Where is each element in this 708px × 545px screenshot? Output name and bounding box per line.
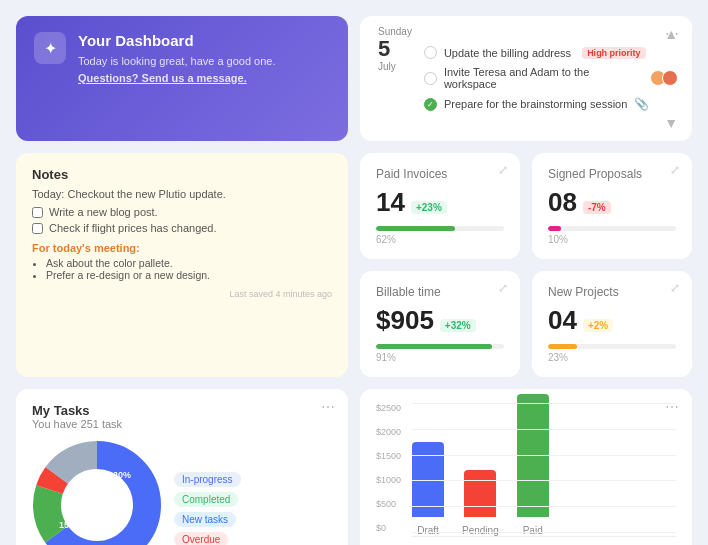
y-label-2500: $2500	[376, 403, 401, 413]
calendar-task-2: Invite Teresa and Adam to the workspace	[424, 66, 678, 90]
bar-pending-fill	[464, 470, 496, 517]
avatar-2	[662, 70, 678, 86]
signed-proposals-badge: -7%	[583, 201, 611, 214]
calendar-card: ⋯ Sunday 5 July ▲ Update the billing add…	[360, 16, 692, 141]
y-label-2000: $2000	[376, 427, 401, 437]
notes-cb-2[interactable]	[32, 223, 43, 234]
billable-time-badge: +32%	[440, 319, 476, 332]
legend-badge-inprogress: In-progress	[174, 472, 241, 487]
signed-proposals-progress-fill	[548, 226, 561, 231]
new-projects-label: New Projects	[548, 285, 676, 299]
bar-chart-body: Draft Pending Paid	[412, 407, 676, 537]
calendar-date: Sunday 5 July	[374, 26, 412, 72]
bar-draft-label: Draft	[417, 525, 439, 536]
calendar-task-list: Update the billing address High priority…	[424, 46, 678, 111]
my-tasks-subtitle: You have 251 task	[32, 418, 332, 430]
notes-title: Notes	[32, 167, 332, 182]
billable-time-expand[interactable]: ⤢	[498, 281, 508, 295]
pie-container: 20% 15% 65% In-progress Completed New ta…	[32, 440, 332, 545]
dashboard-subtitle: Today is looking great, have a good one.…	[78, 53, 276, 86]
notes-today: Today: Checkout the new Plutio update.	[32, 188, 332, 200]
task-text-2: Invite Teresa and Adam to the workspace	[444, 66, 643, 90]
bar-paid: Paid	[517, 394, 549, 536]
calendar-task-3: ✓ Prepare for the brainstorming session …	[424, 97, 678, 111]
legend-badge-completed: Completed	[174, 492, 238, 507]
task-icon-3: 📎	[634, 97, 649, 111]
paid-invoices-value: 14 +23%	[376, 187, 504, 218]
my-tasks-dots-menu[interactable]: ⋯	[321, 399, 336, 415]
notes-meeting-item-2: Prefer a re-design or a new design.	[46, 269, 332, 281]
task-check-3[interactable]: ✓	[424, 98, 437, 111]
new-projects-value: 04 +2%	[548, 305, 676, 336]
dashboard-text: Your Dashboard Today is looking great, h…	[78, 32, 276, 86]
paid-invoices-expand[interactable]: ⤢	[498, 163, 508, 177]
legend-newtasks: New tasks	[174, 512, 241, 527]
legend-inprogress: In-progress	[174, 472, 241, 487]
signed-proposals-card: ⤢ Signed Proposals 08 -7% 10%	[532, 153, 692, 259]
new-projects-progress-fill	[548, 344, 577, 349]
calendar-task-1: Update the billing address High priority	[424, 46, 678, 59]
y-label-0: $0	[376, 523, 401, 533]
paid-invoices-card: ⤢ Paid Invoices 14 +23% 62%	[360, 153, 520, 259]
svg-text:65%: 65%	[95, 522, 113, 532]
y-label-1000: $1000	[376, 475, 401, 485]
avatar-group	[654, 70, 678, 86]
dashboard-cta[interactable]: Questions? Send us a message.	[78, 72, 247, 84]
paid-invoices-progress-fill	[376, 226, 455, 231]
y-label-1500: $1500	[376, 451, 401, 461]
task-legend: In-progress Completed New tasks Overdue	[174, 472, 241, 546]
notes-meeting-list: Ask about the color pallete. Prefer a re…	[32, 257, 332, 281]
signed-proposals-progress-bg	[548, 226, 676, 231]
notes-checkbox-2: Check if flight prices has changed.	[32, 222, 332, 234]
new-projects-card: ⤢ New Projects 04 +2% 23%	[532, 271, 692, 377]
cal-nav-down[interactable]: ▼	[424, 115, 678, 131]
calendar-day-num: 5	[378, 37, 412, 61]
notes-checkbox-1: Write a new blog post.	[32, 206, 332, 218]
calendar-month: July	[378, 61, 412, 72]
billable-time-progress-fill	[376, 344, 492, 349]
bar-chart-wrap: $2500 $2000 $1500 $1000 $500 $0	[376, 403, 676, 537]
paid-invoices-progress-bg	[376, 226, 504, 231]
bar-pending: Pending	[462, 470, 499, 536]
signed-proposals-percent: 10%	[548, 234, 676, 245]
cal-nav-up[interactable]: ▲	[424, 26, 678, 42]
notes-cb-1[interactable]	[32, 207, 43, 218]
new-projects-progress-bg	[548, 344, 676, 349]
signed-proposals-expand[interactable]: ⤢	[670, 163, 680, 177]
paid-invoices-badge: +23%	[411, 201, 447, 214]
calendar-dots-menu[interactable]: ⋯	[665, 26, 680, 42]
billable-time-value: $905 +32%	[376, 305, 504, 336]
bar-draft: Draft	[412, 442, 444, 536]
notes-meeting-item-1: Ask about the color pallete.	[46, 257, 332, 269]
notes-cb-label-1: Write a new blog post.	[49, 206, 158, 218]
billable-time-percent: 91%	[376, 352, 504, 363]
bar-draft-fill	[412, 442, 444, 517]
billable-time-label: Billable time	[376, 285, 504, 299]
bar-chart-y-labels: $2500 $2000 $1500 $1000 $500 $0	[376, 403, 401, 533]
paid-invoices-percent: 62%	[376, 234, 504, 245]
svg-text:20%: 20%	[113, 470, 131, 480]
billable-time-progress-bg	[376, 344, 504, 349]
signed-proposals-value: 08 -7%	[548, 187, 676, 218]
new-projects-expand[interactable]: ⤢	[670, 281, 680, 295]
legend-badge-newtasks: New tasks	[174, 512, 236, 527]
y-label-500: $500	[376, 499, 401, 509]
bar-chart-card: ⋯ $2500 $2000 $1500 $1000 $500 $0	[360, 389, 692, 545]
task-text-3: Prepare for the brainstorming session	[444, 98, 627, 110]
my-tasks-title: My Tasks	[32, 403, 332, 418]
notes-footer: Last saved 4 minutes ago	[32, 289, 332, 299]
bar-paid-fill	[517, 394, 549, 517]
legend-completed: Completed	[174, 492, 241, 507]
notes-meeting: For today's meeting: Ask about the color…	[32, 242, 332, 281]
task-check-2[interactable]	[424, 72, 437, 85]
task-check-1[interactable]	[424, 46, 437, 59]
notes-cb-label-2: Check if flight prices has changed.	[49, 222, 217, 234]
bar-pending-label: Pending	[462, 525, 499, 536]
billable-time-card: ⤢ Billable time $905 +32% 91%	[360, 271, 520, 377]
signed-proposals-label: Signed Proposals	[548, 167, 676, 181]
task-text-1: Update the billing address	[444, 47, 571, 59]
pie-chart: 20% 15% 65%	[32, 440, 162, 545]
my-tasks-card: ⋯ My Tasks You have 251 task 20% 15% 65%	[16, 389, 348, 545]
notes-card: Notes Today: Checkout the new Plutio upd…	[16, 153, 348, 377]
notes-meeting-title: For today's meeting:	[32, 242, 332, 254]
